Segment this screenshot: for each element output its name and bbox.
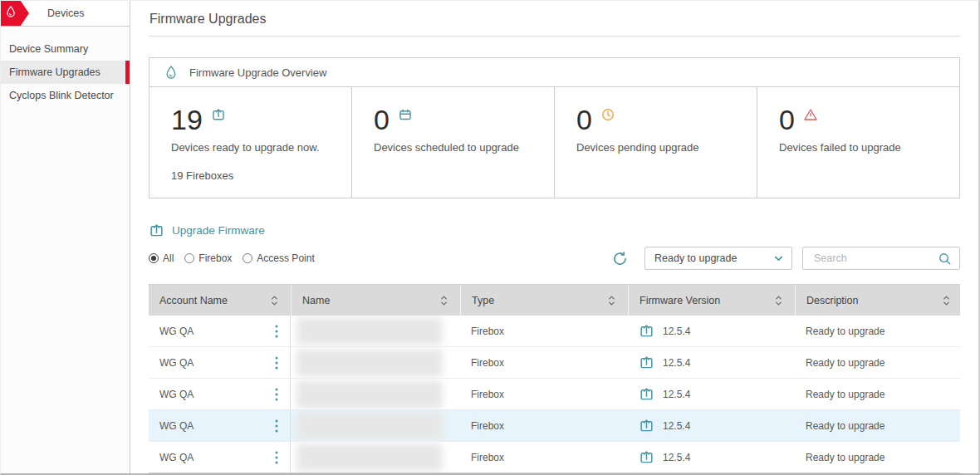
- search-box: [802, 247, 960, 270]
- stat-value: 0: [374, 105, 390, 134]
- upgrade-ready-icon: [639, 386, 654, 402]
- upload-icon: [211, 107, 226, 122]
- device-type-cell: Firebox: [471, 326, 504, 337]
- description-cell: Ready to upgrade: [806, 326, 884, 337]
- radio-label: All: [163, 252, 174, 264]
- calendar-icon: [398, 107, 413, 122]
- stat-value: 0: [576, 105, 592, 134]
- upgrade-firmware-label: Upgrade Firmware: [172, 224, 265, 237]
- upgrade-ready-icon: [639, 355, 654, 370]
- table-row[interactable]: WG QA Firebox 12.5.4 Ready to upgrade: [149, 442, 960, 473]
- stat-label: Devices pending upgrade: [576, 141, 735, 154]
- kebab-menu-icon[interactable]: [272, 449, 282, 466]
- app-window: Devices Device Summary Firmware Upgrades…: [0, 0, 980, 475]
- stat-card: 19 Devices ready to upgrade now. 19 Fire…: [149, 87, 352, 198]
- sidebar-item-device-summary[interactable]: Device Summary: [1, 37, 130, 61]
- table-row[interactable]: WG QA Firebox 12.5.4 Ready to upgrade: [149, 347, 960, 379]
- device-name-redacted: [296, 412, 443, 440]
- clock-icon: [600, 107, 615, 122]
- table-row[interactable]: WG QA Firebox 12.5.4 Ready to upgrade: [149, 379, 960, 410]
- kebab-menu-icon[interactable]: [272, 386, 282, 403]
- overview-card-title: Firmware Upgrade Overview: [189, 66, 326, 79]
- sort-icon[interactable]: [270, 294, 279, 307]
- firmware-version-cell: 12.5.4: [663, 452, 690, 463]
- radio-option-firebox[interactable]: Firebox: [184, 252, 232, 264]
- warning-icon: [803, 107, 818, 122]
- radio-icon: [184, 253, 194, 263]
- status-filter-dropdown[interactable]: Ready to upgrade: [644, 247, 792, 270]
- firmware-version-cell: 12.5.4: [663, 326, 690, 337]
- table-body: WG QA Firebox 12.5.4 Ready to upgrade WG…: [149, 316, 960, 473]
- stat-value: 0: [779, 105, 795, 134]
- account-name-cell: WG QA: [159, 357, 194, 369]
- toolbar-right-controls: Ready to upgrade: [611, 247, 960, 270]
- kebab-menu-icon[interactable]: [272, 418, 282, 434]
- stat-sublabel: 19 Fireboxes: [171, 169, 330, 182]
- account-name-cell: WG QA: [159, 389, 194, 400]
- table-row[interactable]: WG QA Firebox 12.5.4 Ready to upgrade: [149, 410, 960, 442]
- radio-icon: [149, 253, 159, 263]
- sidebar-header: Devices: [1, 1, 130, 27]
- sidebar-item-cyclops-blink-detector[interactable]: Cyclops Blink Detector: [1, 84, 130, 107]
- description-cell: Ready to upgrade: [806, 357, 884, 369]
- device-name-redacted: [296, 317, 443, 345]
- description-cell: Ready to upgrade: [806, 420, 884, 432]
- refresh-icon[interactable]: [611, 250, 629, 267]
- radio-option-all[interactable]: All: [149, 252, 174, 264]
- kebab-menu-icon[interactable]: [272, 355, 282, 371]
- devices-logo-banner[interactable]: [1, 1, 29, 26]
- main-content: Firmware Upgrades Firmware Upgrade Overv…: [130, 1, 978, 473]
- overview-stats: 19 Devices ready to upgrade now. 19 Fire…: [149, 87, 959, 198]
- stat-label: Devices ready to upgrade now.: [171, 141, 330, 154]
- column-header-name[interactable]: Name: [291, 285, 460, 316]
- device-name-redacted: [296, 443, 443, 472]
- upgrade-firmware-button[interactable]: Upgrade Firmware: [149, 223, 265, 238]
- droplet-icon: [164, 65, 179, 80]
- sort-icon[interactable]: [774, 294, 783, 307]
- stat-label: Devices failed to upgrade: [779, 141, 938, 154]
- table-toolbar: All Firebox Access Point Ready to upgrad…: [149, 246, 960, 271]
- device-type-cell: Firebox: [471, 357, 504, 369]
- description-cell: Ready to upgrade: [806, 452, 884, 463]
- droplet-logo-icon: [4, 5, 17, 22]
- stat-card: 0 Devices scheduled to upgrade: [352, 87, 555, 198]
- stat-value: 19: [171, 105, 203, 134]
- table-header-row: Account Name Name Type Firmware Version …: [149, 284, 960, 316]
- column-header-firmware-version[interactable]: Firmware Version: [628, 285, 795, 316]
- radio-option-access-point[interactable]: Access Point: [243, 252, 314, 264]
- radio-label: Access Point: [257, 252, 314, 264]
- device-name-redacted: [296, 380, 443, 409]
- upgrade-ready-icon: [639, 449, 654, 465]
- upgrade-ready-icon: [639, 418, 654, 433]
- column-header-account-name[interactable]: Account Name: [149, 285, 291, 316]
- firmware-version-cell: 12.5.4: [663, 357, 690, 369]
- device-type-cell: Firebox: [471, 420, 504, 432]
- firmware-version-cell: 12.5.4: [663, 420, 690, 432]
- table-row[interactable]: WG QA Firebox 12.5.4 Ready to upgrade: [149, 316, 960, 347]
- sort-icon[interactable]: [942, 294, 951, 307]
- sidebar-item-firmware-upgrades[interactable]: Firmware Upgrades: [1, 61, 130, 84]
- column-header-description[interactable]: Description: [795, 285, 963, 316]
- firmware-version-cell: 12.5.4: [663, 389, 690, 400]
- account-name-cell: WG QA: [159, 420, 194, 432]
- nav-title: Devices: [47, 1, 84, 26]
- sidebar-nav: Device Summary Firmware Upgrades Cyclops…: [1, 27, 130, 107]
- stat-card: 0 Devices failed to upgrade: [757, 87, 959, 198]
- search-input[interactable]: [812, 252, 938, 265]
- status-filter-value: Ready to upgrade: [654, 252, 737, 264]
- description-cell: Ready to upgrade: [806, 389, 884, 400]
- kebab-menu-icon[interactable]: [272, 323, 282, 340]
- devices-table: Account Name Name Type Firmware Version …: [149, 284, 960, 473]
- upload-icon: [149, 223, 164, 238]
- device-type-filter-radios: All Firebox Access Point: [149, 252, 315, 264]
- sort-icon[interactable]: [607, 294, 616, 307]
- sort-icon[interactable]: [439, 294, 448, 307]
- column-header-type[interactable]: Type: [460, 285, 628, 316]
- account-name-cell: WG QA: [159, 452, 194, 463]
- device-name-redacted: [296, 349, 443, 377]
- overview-card-header: Firmware Upgrade Overview: [149, 58, 959, 87]
- sidebar: Devices Device Summary Firmware Upgrades…: [1, 1, 130, 473]
- search-icon[interactable]: [938, 252, 952, 266]
- page-title: Firmware Upgrades: [149, 1, 960, 37]
- stat-label: Devices scheduled to upgrade: [374, 141, 532, 154]
